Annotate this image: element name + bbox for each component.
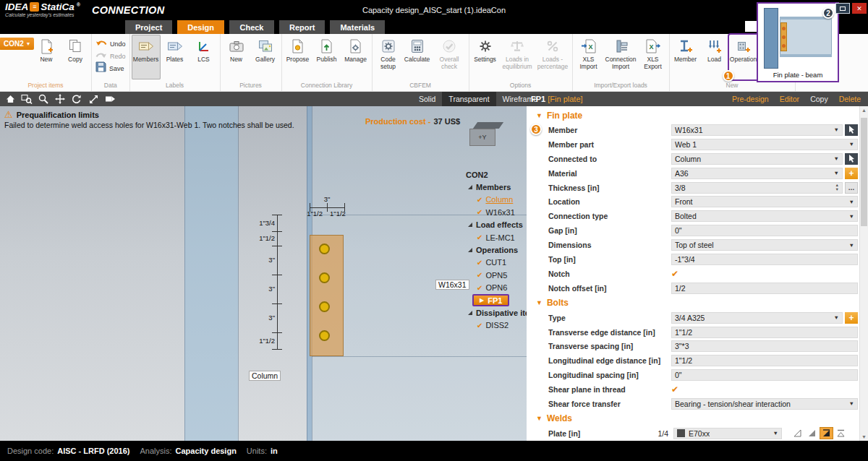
- ribbon-button-xls-export[interactable]: XXLS Export: [639, 35, 668, 79]
- dropdown-type[interactable]: 3/4 A325▼: [671, 312, 843, 324]
- ribbon-button-save[interactable]: Save: [93, 63, 127, 74]
- ribbon-button-loads-percentage[interactable]: Loads - percentage: [535, 35, 571, 79]
- scroll-up-icon[interactable]: ▲: [860, 108, 868, 113]
- ribbon-button-overall-check[interactable]: Overall check: [432, 35, 467, 79]
- tree-item-fp1[interactable]: ▶FP1: [456, 294, 527, 306]
- input-gap-in[interactable]: 0": [671, 225, 858, 236]
- ribbon-button-members[interactable]: Members: [132, 35, 161, 79]
- dropdown-material[interactable]: A36▼: [671, 168, 843, 179]
- weld-outline-icon[interactable]: [791, 427, 804, 439]
- tree-root-con2[interactable]: CON2: [456, 168, 527, 181]
- tree-item-opn5[interactable]: ✔OPN5: [456, 269, 527, 281]
- ribbon-button-new[interactable]: New: [222, 35, 251, 79]
- input-longitudinal-edge-distance-in[interactable]: 1"1/2: [671, 355, 858, 366]
- dropdown-connected-to[interactable]: Column▼: [671, 153, 843, 165]
- section-collapse-icon[interactable]: ▼: [536, 415, 542, 422]
- home-icon[interactable]: [3, 92, 17, 105]
- properties-scrollbar[interactable]: ▲ ▼: [859, 106, 868, 441]
- ribbon-button-undo[interactable]: Undo: [93, 38, 128, 49]
- close-window-button[interactable]: ✕: [852, 3, 867, 14]
- input-top-in[interactable]: -1"3/4: [671, 254, 858, 265]
- tab-design[interactable]: Design: [177, 20, 224, 34]
- dropdown-shear-force-transfer[interactable]: Bearing - tension/shear interaction▼: [671, 398, 858, 410]
- input-notch-offset-in[interactable]: 1/2: [671, 283, 858, 294]
- tree-item-w16x31[interactable]: ✔W16x31: [456, 206, 527, 218]
- ribbon-button-member[interactable]: Member: [671, 35, 700, 79]
- weld-butt-icon[interactable]: [834, 427, 848, 439]
- pre-design-button[interactable]: Pre-design: [732, 95, 769, 103]
- restore-window-button[interactable]: [835, 3, 850, 14]
- fit-icon[interactable]: [86, 92, 101, 105]
- dropdown-member[interactable]: W16x31▼: [671, 124, 843, 136]
- template-preview-panel[interactable]: 2 Fin plate - beam: [757, 2, 839, 82]
- ribbon-button-propose[interactable]: Propose: [284, 35, 312, 79]
- weld-filled-icon[interactable]: [805, 427, 819, 439]
- delete-button[interactable]: Delete: [839, 95, 861, 103]
- zoom-window-icon[interactable]: [20, 92, 34, 105]
- stepper-arrows-icon[interactable]: ▲▼: [833, 184, 839, 191]
- section-collapse-icon[interactable]: ▼: [536, 112, 542, 119]
- input-longitudinal-spacing-in[interactable]: 0": [671, 369, 858, 381]
- tree-item-le-mc1[interactable]: ✔LE-MC1: [456, 231, 527, 244]
- scroll-down-icon[interactable]: ▼: [860, 434, 868, 439]
- ribbon-button-settings[interactable]: Settings: [471, 35, 500, 79]
- ribbon-button-con2[interactable]: CON2▾: [0, 38, 34, 50]
- editor-button[interactable]: Editor: [780, 95, 799, 103]
- pick-in-scene-button[interactable]: [845, 153, 858, 165]
- ribbon-button-gallery[interactable]: Gallery: [251, 35, 280, 79]
- tree-item-column[interactable]: ✔Column: [456, 194, 527, 206]
- ribbon-button-code-setup[interactable]: Code setup: [374, 35, 403, 79]
- expand-triangle-icon[interactable]: [468, 311, 472, 315]
- ribbon-button-calculate[interactable]: Calculate: [403, 35, 432, 79]
- input-transverse-spacing-in[interactable]: 3"*3: [671, 340, 858, 352]
- ribbon-button-copy[interactable]: Copy: [61, 35, 90, 79]
- add-item-button[interactable]: +: [845, 312, 858, 324]
- label-tag-icon[interactable]: [103, 92, 117, 105]
- checkbox-shear-plane-in-thread[interactable]: ✔: [671, 384, 678, 395]
- checkbox-notch[interactable]: ✔: [671, 269, 678, 279]
- dropdown-connection-type[interactable]: Bolted▼: [671, 210, 858, 222]
- ribbon-button-manage[interactable]: Manage: [341, 35, 370, 79]
- tree-item-cut1[interactable]: ✔CUT1: [456, 257, 527, 269]
- magnifier-icon[interactable]: [36, 92, 51, 105]
- tree-item-operations[interactable]: Operations: [456, 244, 527, 256]
- more-options-button[interactable]: …: [845, 182, 858, 194]
- scrollbar-thumb[interactable]: [861, 118, 867, 226]
- tree-item-members[interactable]: Members: [456, 181, 527, 193]
- ribbon-button-redo[interactable]: Redo: [93, 51, 128, 61]
- ribbon-button-lcs[interactable]: LCS: [190, 35, 218, 79]
- ribbon-button-loads-in-equilibrium[interactable]: Loads in equilibrium: [500, 35, 535, 79]
- view-mode-transparent[interactable]: Transparent: [442, 92, 495, 106]
- dropdown-location[interactable]: Front▼: [671, 196, 858, 207]
- section-collapse-icon[interactable]: ▼: [536, 299, 542, 306]
- expand-triangle-icon[interactable]: [468, 223, 472, 227]
- stepper-thickness-in[interactable]: 3/8▲▼: [671, 182, 843, 194]
- ribbon-button-publish[interactable]: Publish: [312, 35, 341, 79]
- tab-project[interactable]: Project: [125, 20, 172, 34]
- dropdown-dimensions[interactable]: Top of steel▼: [671, 239, 858, 251]
- ribbon-button-xls-import[interactable]: XXLS Import: [574, 35, 603, 79]
- tree-item-diss2[interactable]: ✔DISS2: [456, 319, 527, 332]
- pick-in-scene-button[interactable]: [845, 124, 858, 136]
- dropdown-member-part[interactable]: Web 1▼: [671, 139, 858, 150]
- copy-button[interactable]: Copy: [810, 95, 828, 103]
- ribbon-button-new[interactable]: New: [32, 35, 61, 79]
- input-transverse-edge-distance-in[interactable]: 1"1/2: [671, 327, 858, 338]
- tab-check[interactable]: Check: [229, 20, 274, 34]
- add-item-button[interactable]: +: [845, 168, 858, 179]
- tree-item-opn6[interactable]: ✔OPN6: [456, 282, 527, 294]
- ribbon-button-operation[interactable]: Operation1: [729, 35, 758, 79]
- rotate-icon[interactable]: [69, 92, 84, 105]
- model-canvas[interactable]: ⚠ Prequalification limits Failed to dete…: [0, 106, 527, 441]
- expand-triangle-icon[interactable]: [468, 185, 472, 189]
- pan-icon[interactable]: [53, 92, 67, 105]
- tab-materials[interactable]: Materials: [330, 20, 385, 34]
- tab-report[interactable]: Report: [279, 20, 325, 34]
- weld-double-icon[interactable]: [820, 427, 833, 439]
- expand-triangle-icon[interactable]: [468, 248, 472, 252]
- ribbon-button-connection-import[interactable]: Connection Import: [603, 35, 639, 79]
- view-cube[interactable]: +Y: [469, 122, 503, 146]
- dropdown-electrode[interactable]: E70xx▼: [673, 428, 782, 439]
- tree-item-load-effects[interactable]: Load effects: [456, 219, 527, 231]
- weld-size-value[interactable]: 1/4: [644, 429, 668, 438]
